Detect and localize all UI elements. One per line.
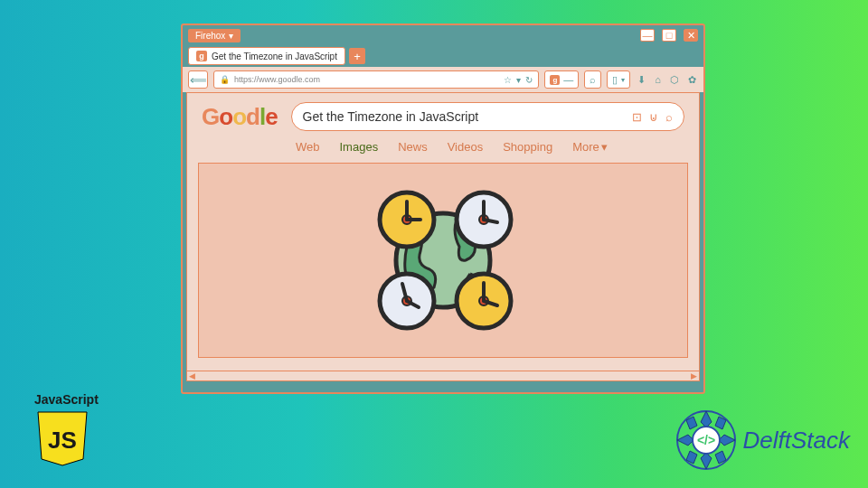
browser-menu-label: Firehox xyxy=(195,31,225,41)
download-icon[interactable]: ⬇ xyxy=(637,74,646,86)
url-bar[interactable]: 🔒 https://www.goodle.com ☆ ▾ ↻ xyxy=(213,70,539,89)
svg-text:</>: </> xyxy=(696,433,714,447)
home-icon[interactable]: ⌂ xyxy=(655,74,661,85)
tab-videos[interactable]: Videos xyxy=(448,140,484,154)
javascript-shield-icon: JS xyxy=(34,408,90,468)
scroll-left-icon[interactable]: ◀ xyxy=(189,371,195,380)
search-icon[interactable]: ⌕ xyxy=(665,110,673,124)
tab-images[interactable]: Images xyxy=(340,140,379,154)
browser-tab[interactable]: g Get the Timezone in JavaScript xyxy=(188,47,345,65)
tab-web[interactable]: Web xyxy=(296,140,320,154)
search-nav-tabs: Web Images News Videos Shopping More ▾ xyxy=(187,136,699,161)
chevron-down-icon[interactable]: ▾ xyxy=(516,75,521,85)
scroll-right-icon[interactable]: ▶ xyxy=(691,371,697,380)
refresh-icon[interactable]: ↻ xyxy=(525,75,533,85)
cube-icon[interactable]: ⬡ xyxy=(670,74,679,86)
clover-icon[interactable]: ✿ xyxy=(688,74,696,86)
search-icon: ⌕ xyxy=(590,74,596,85)
browser-menu-button[interactable]: Firehox ▾ xyxy=(188,29,241,42)
titlebar: Firehox ▾ — □ ✕ xyxy=(183,25,703,45)
tab-shopping[interactable]: Shopping xyxy=(503,140,552,154)
chevron-down-icon: ▾ xyxy=(601,140,608,154)
svg-text:JS: JS xyxy=(48,427,77,454)
url-text: https://www.goodle.com xyxy=(234,75,499,84)
search-toolbar-button[interactable]: ⌕ xyxy=(584,70,601,89)
delftstack-logo: </> DelftStack xyxy=(675,408,851,472)
book-icon: ▯ xyxy=(612,74,618,86)
dash-icon: — xyxy=(563,74,573,85)
back-button[interactable]: ⟸ xyxy=(188,70,208,89)
chevron-down-icon: ▾ xyxy=(621,76,625,84)
lock-icon: 🔒 xyxy=(220,75,230,84)
search-header: Goodle Get the Timezone in JavaScript ⊡ … xyxy=(187,93,699,136)
new-tab-button[interactable]: + xyxy=(349,48,365,64)
close-button[interactable]: ✕ xyxy=(684,29,698,42)
result-illustration xyxy=(198,163,688,358)
extension-icon: g xyxy=(550,75,560,85)
javascript-badge: JavaScript JS xyxy=(34,392,110,472)
camera-icon[interactable]: ⊡ xyxy=(632,110,642,124)
chevron-down-icon: ▾ xyxy=(229,31,233,41)
javascript-label: JavaScript xyxy=(34,392,110,407)
tab-favicon-icon: g xyxy=(196,51,207,61)
minimize-button[interactable]: — xyxy=(640,29,655,42)
browser-window: Firehox ▾ — □ ✕ g Get the Timezone in Ja… xyxy=(181,23,705,394)
horizontal-scrollbar[interactable]: ◀ ▶ xyxy=(187,371,699,380)
globe-clocks-icon xyxy=(353,170,533,351)
star-icon[interactable]: ☆ xyxy=(504,75,512,85)
reader-button[interactable]: ▯ ▾ xyxy=(607,70,630,89)
window-controls: — □ ✕ xyxy=(640,29,698,42)
maximize-button[interactable]: □ xyxy=(662,29,676,42)
toolbar: ⟸ 🔒 https://www.goodle.com ☆ ▾ ↻ g — ⌕ ▯… xyxy=(183,67,703,92)
search-input[interactable]: Get the Timezone in JavaScript ⊡ ⊍ ⌕ xyxy=(291,102,684,131)
tab-more[interactable]: More ▾ xyxy=(572,140,608,154)
microphone-icon[interactable]: ⊍ xyxy=(649,110,658,124)
tab-news[interactable]: News xyxy=(398,140,428,154)
tab-bar: g Get the Timezone in JavaScript + xyxy=(183,45,703,67)
search-query: Get the Timezone in JavaScript xyxy=(303,109,625,124)
page-content: Goodle Get the Timezone in JavaScript ⊡ … xyxy=(186,92,700,381)
delftstack-text: DelftStack xyxy=(743,427,851,455)
mandala-icon: </> xyxy=(675,408,738,472)
extension-box[interactable]: g — xyxy=(544,70,579,89)
goodle-logo[interactable]: Goodle xyxy=(202,103,278,131)
tab-title: Get the Timezone in JavaScript xyxy=(212,52,337,61)
